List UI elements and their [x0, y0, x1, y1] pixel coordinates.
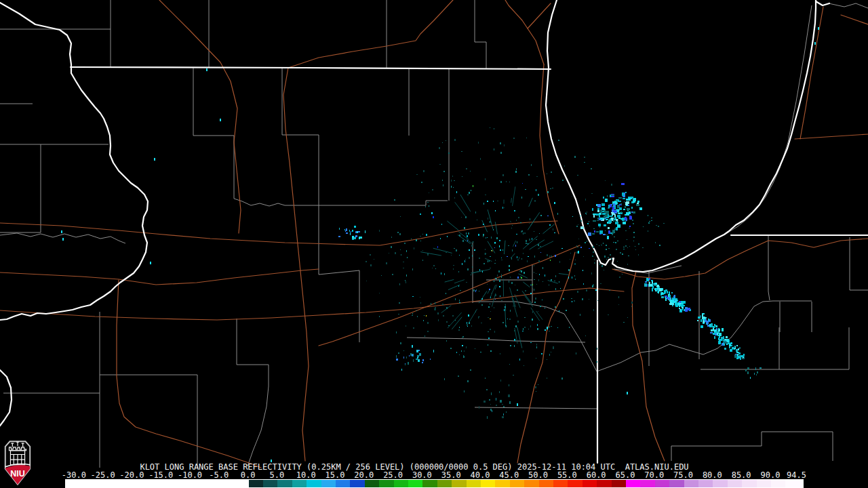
- dbz-tick-label: -20.0: [119, 471, 144, 479]
- colorbar-segment: [742, 480, 756, 487]
- dbz-tick-label: 45.0: [499, 471, 519, 479]
- dbz-tick-label: 50.0: [528, 471, 548, 479]
- dbz-tick-label: 25.0: [383, 471, 403, 479]
- lake-michigan-shoreline: [546, 0, 816, 272]
- colorbar-segment: [771, 480, 785, 487]
- dbz-tick-label: 15.0: [326, 471, 345, 479]
- colorbar-segment: [408, 480, 422, 487]
- dbz-tick-label: -15.0: [149, 471, 173, 479]
- dbz-tick-label: 94.5: [787, 471, 806, 479]
- dbz-tick-label: 30.0: [412, 471, 432, 479]
- dbz-tick-label: -25.0: [91, 471, 115, 479]
- colorbar-segment: [66, 480, 249, 487]
- dbz-tick-label: 85.0: [732, 471, 751, 479]
- colorbar-segment: [684, 480, 698, 487]
- colorbar-segment: [597, 480, 611, 487]
- colorbar-segment: [452, 480, 466, 487]
- dbz-tick-label: 75.0: [673, 471, 693, 479]
- colorbar-segment: [350, 480, 364, 487]
- highway-layer: [0, 0, 868, 468]
- colorbar-segment: [365, 480, 379, 487]
- dbz-tick-label: 90.0: [760, 471, 780, 479]
- colorbar-segment: [583, 480, 597, 487]
- colorbar-segment: [713, 480, 727, 487]
- colorbar-segment: [379, 480, 393, 487]
- colorbar-segment: [524, 480, 538, 487]
- dbz-tick-label: 55.0: [557, 471, 577, 479]
- wisconsin-illinois-border: [71, 67, 551, 69]
- colorbar-segment: [510, 480, 524, 487]
- colorbar-segment: [249, 480, 263, 487]
- colorbar-segment: [698, 480, 713, 487]
- colorbar-segment: [785, 480, 803, 487]
- colorbar-segment: [422, 480, 437, 487]
- colorbar-segment: [277, 480, 292, 487]
- colorbar-segment: [626, 480, 640, 487]
- radar-map: [0, 0, 868, 488]
- colorbar-segment: [321, 480, 336, 487]
- michigan-corner: [816, 1, 829, 5]
- radar-display: NIU KLOT LONG RANGE BASE REFLECTIVITY (0…: [0, 0, 868, 488]
- colorbar-segment: [568, 480, 582, 487]
- colorbar-segment: [612, 480, 626, 487]
- colorbar-segment: [307, 480, 321, 487]
- dbz-tick-label: -30.0: [62, 471, 86, 479]
- dbz-tick-label: 20.0: [354, 471, 374, 479]
- dbz-tick-label: -10.0: [178, 471, 202, 479]
- colorbar-segment: [757, 480, 771, 487]
- dbz-tick-label: 60.0: [587, 471, 606, 479]
- dbz-tick-label: 10.0: [296, 471, 316, 479]
- colorbar-segment: [336, 480, 350, 487]
- mississippi-river: [0, 3, 148, 320]
- dbz-tick-label: 80.0: [703, 471, 722, 479]
- colorbar-segment: [394, 480, 408, 487]
- colorbar-segment: [640, 480, 654, 487]
- dbz-tick-label: 5.0: [270, 471, 285, 479]
- colorbar-segment: [292, 480, 307, 487]
- colorbar-segment: [539, 480, 553, 487]
- dbz-tick-label: 35.0: [441, 471, 461, 479]
- mississippi-river-loop: [0, 370, 12, 426]
- niu-logo: NIU: [1, 436, 34, 488]
- dbz-scale-labels: -30.0-25.0-20.0-15.0-10.0-5.00.05.010.01…: [0, 471, 868, 479]
- colorbar-segment: [669, 480, 684, 487]
- colorbar-segment: [495, 480, 509, 487]
- colorbar-segment: [553, 480, 568, 487]
- dbz-tick-label: 40.0: [471, 471, 490, 479]
- county-borders-layer: [0, 0, 868, 468]
- colorbar-segment: [728, 480, 742, 487]
- dbz-tick-label: 0.0: [241, 471, 256, 479]
- colorbar-segment: [467, 480, 481, 487]
- colorbar-segment: [481, 480, 495, 487]
- dbz-tick-label: 70.0: [644, 471, 664, 479]
- colorbar-segment: [263, 480, 277, 487]
- colorbar-segment: [655, 480, 669, 487]
- dbz-tick-label: 65.0: [615, 471, 635, 479]
- dbz-tick-label: -5.0: [209, 471, 229, 479]
- colorbar-segment: [437, 480, 452, 487]
- dbz-colorbar: [65, 479, 804, 488]
